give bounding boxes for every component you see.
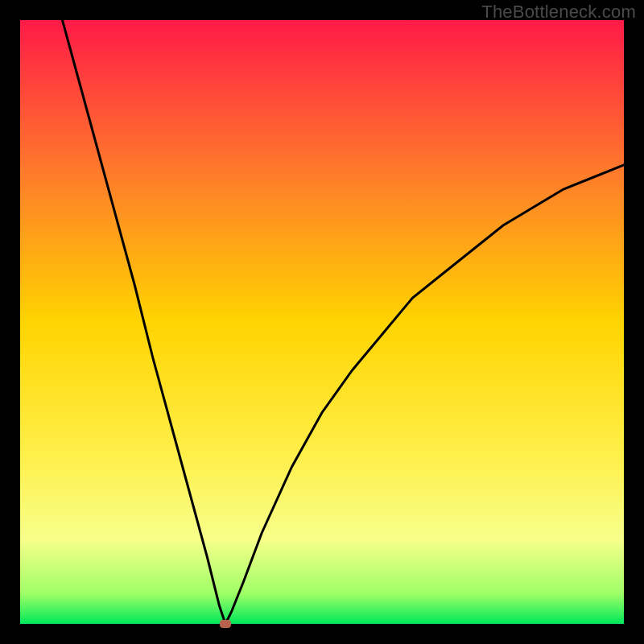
plot-area bbox=[20, 20, 624, 624]
gradient-background bbox=[20, 20, 624, 624]
plot-svg bbox=[20, 20, 624, 624]
chart-frame: TheBottleneck.com bbox=[0, 0, 644, 644]
